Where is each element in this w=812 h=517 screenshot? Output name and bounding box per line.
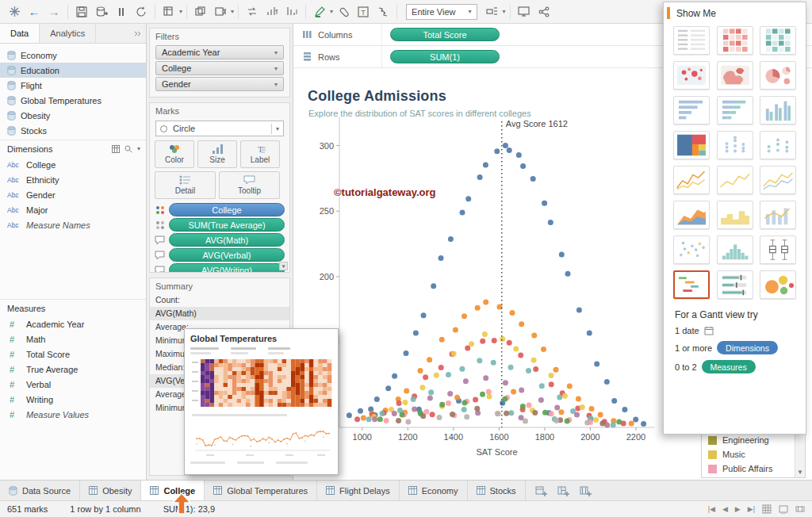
mark-type-dropdown[interactable]: Circle ▾ bbox=[155, 121, 284, 136]
text-label-button[interactable]: T bbox=[354, 2, 373, 21]
datasource-item[interactable]: Education bbox=[0, 63, 146, 78]
datasource-item[interactable]: Global Temperatures bbox=[0, 93, 146, 108]
sort-ascending-button[interactable] bbox=[262, 2, 282, 21]
dimension-field[interactable]: AbcCollege bbox=[0, 157, 146, 172]
legend-item[interactable]: Music bbox=[702, 447, 795, 461]
filter-pill[interactable]: College▾ bbox=[155, 61, 284, 75]
tab-data[interactable]: Data bbox=[0, 24, 40, 43]
marks-pill[interactable]: AVG(Writing) bbox=[169, 263, 285, 272]
showme-thumbnail-sbs-circles[interactable] bbox=[760, 131, 796, 159]
share-button[interactable] bbox=[534, 2, 553, 21]
measure-field[interactable]: #Verbal bbox=[0, 377, 146, 392]
showme-thumbnail-histogram[interactable] bbox=[717, 236, 753, 264]
dimension-field[interactable]: AbcMajor bbox=[0, 202, 146, 217]
duplicate-sheet-button[interactable] bbox=[191, 2, 210, 21]
filmstrip-view-icon[interactable] bbox=[795, 504, 805, 514]
highlight-button[interactable] bbox=[310, 2, 329, 21]
measure-field[interactable]: #Total Score bbox=[0, 347, 146, 362]
grid-view-icon[interactable] bbox=[762, 504, 772, 514]
showme-thumbnail-stacked-bar[interactable] bbox=[717, 96, 753, 124]
chevron-down-icon[interactable]: ▾ bbox=[231, 8, 234, 15]
showme-thumbnail-highlight-table[interactable] bbox=[760, 26, 796, 55]
showme-thumbnail-circle-views[interactable] bbox=[717, 131, 753, 159]
showme-thumbnail-box-plot[interactable] bbox=[760, 236, 796, 264]
dimension-field[interactable]: AbcGender bbox=[0, 187, 146, 202]
fit-dropdown[interactable]: Entire View ▾ bbox=[406, 4, 477, 20]
pane-collapse-icon[interactable] bbox=[134, 30, 146, 37]
chevron-down-icon[interactable]: ▾ bbox=[330, 8, 333, 15]
view-as-icon[interactable] bbox=[112, 145, 120, 153]
datasource-item[interactable]: Stocks bbox=[0, 123, 146, 138]
dimension-field[interactable]: AbcEthnicity bbox=[0, 172, 146, 187]
showme-thumbnail-symbol-map[interactable] bbox=[673, 61, 710, 90]
new-story-button[interactable] bbox=[577, 484, 595, 498]
showme-thumbnail-heat-map[interactable] bbox=[717, 26, 753, 55]
sheet-tab-obesity[interactable]: Obesity bbox=[80, 481, 141, 500]
sheet-tab-economy[interactable]: Economy bbox=[400, 481, 468, 500]
prev-page-icon[interactable]: ◀ bbox=[722, 505, 728, 513]
datasource-item[interactable]: Obesity bbox=[0, 108, 146, 123]
showme-thumbnail-text-table[interactable] bbox=[673, 26, 710, 55]
sheet-tab-global-temperatures[interactable]: Global Temperatures bbox=[205, 481, 317, 500]
scatter-plot[interactable]: 1001502002503001000120014001600180020002… bbox=[296, 110, 661, 465]
size-button[interactable]: Size bbox=[197, 140, 237, 168]
measure-field[interactable]: #Writing bbox=[0, 392, 146, 407]
showme-thumbnail-filled-map[interactable] bbox=[717, 61, 753, 90]
columns-pill[interactable]: Total Score bbox=[390, 28, 500, 41]
sheet-tab-data-source[interactable]: Data Source bbox=[0, 481, 80, 500]
showme-thumbnail-line-disc[interactable] bbox=[717, 166, 753, 194]
measure-field[interactable]: #True Average bbox=[0, 362, 146, 377]
add-data-button[interactable] bbox=[92, 2, 111, 21]
fix-axes-button[interactable] bbox=[373, 2, 393, 21]
save-button[interactable] bbox=[72, 2, 91, 21]
showme-thumbnail-line[interactable] bbox=[673, 166, 710, 194]
showme-thumbnail-h-bar[interactable] bbox=[673, 96, 710, 124]
legend-scrollbar[interactable]: ▼ bbox=[795, 429, 805, 477]
new-worksheet-tab-button[interactable] bbox=[533, 484, 550, 498]
showme-thumbnail-gantt[interactable] bbox=[673, 270, 710, 299]
showme-thumbnail-area-disc[interactable] bbox=[717, 201, 753, 229]
presentation-mode-button[interactable] bbox=[515, 2, 534, 21]
slideshow-view-icon[interactable] bbox=[779, 504, 788, 514]
show-me-header[interactable]: Show Me bbox=[664, 2, 806, 24]
tooltip-button[interactable]: Tooltip bbox=[219, 171, 280, 199]
showme-thumbnail-area[interactable] bbox=[673, 201, 710, 229]
new-worksheet-button[interactable] bbox=[159, 2, 178, 21]
search-icon[interactable] bbox=[124, 145, 132, 153]
filter-pill[interactable]: Gender▾ bbox=[155, 77, 284, 91]
redo-button[interactable]: → bbox=[44, 2, 63, 21]
datasource-item[interactable]: Flight bbox=[0, 78, 146, 93]
measure-field[interactable]: #Academic Year bbox=[0, 316, 146, 331]
chevron-down-icon[interactable]: ▾ bbox=[179, 8, 182, 15]
next-page-icon[interactable]: ▶ bbox=[735, 505, 741, 513]
first-page-icon[interactable]: |◀ bbox=[708, 505, 715, 513]
legend-item[interactable]: Engineering bbox=[702, 433, 795, 447]
datasource-item[interactable]: Economy bbox=[0, 48, 146, 63]
showme-thumbnail-bullet[interactable] bbox=[717, 270, 753, 299]
showme-thumbnail-pie[interactable] bbox=[760, 61, 796, 90]
filter-pill[interactable]: Academic Year▾ bbox=[155, 45, 284, 59]
measure-field[interactable]: #Math bbox=[0, 331, 146, 347]
detail-button[interactable]: Detail bbox=[155, 171, 216, 199]
scrollbar-down-icon[interactable]: ▾ bbox=[279, 262, 288, 270]
marks-pill[interactable]: AVG(Math) bbox=[169, 233, 285, 247]
showme-thumbnail-dual-line[interactable] bbox=[760, 166, 796, 194]
last-page-icon[interactable]: ▶| bbox=[748, 505, 755, 513]
showme-thumbnail-sbs-bar[interactable] bbox=[760, 96, 796, 124]
rows-pill[interactable]: SUM(1) bbox=[390, 50, 500, 63]
pause-updates-button[interactable] bbox=[112, 2, 131, 21]
undo-button[interactable]: ← bbox=[25, 2, 44, 21]
measure-field[interactable]: #Measure Values bbox=[0, 407, 146, 422]
marks-pill[interactable]: AVG(Verbal) bbox=[169, 248, 285, 262]
label-button[interactable]: T Label bbox=[240, 140, 280, 168]
sort-descending-button[interactable] bbox=[282, 2, 301, 21]
marks-pill[interactable]: College bbox=[169, 203, 285, 216]
swap-axes-button[interactable] bbox=[243, 2, 262, 21]
legend-item[interactable]: Public Affairs bbox=[702, 461, 795, 476]
marks-pill[interactable]: SUM(True Average) bbox=[169, 218, 285, 232]
sheet-tab-flight-delays[interactable]: Flight Delays bbox=[317, 481, 400, 500]
sheet-tab-stocks[interactable]: Stocks bbox=[468, 481, 526, 500]
refresh-button[interactable] bbox=[132, 2, 151, 21]
showme-thumbnail-bubbles[interactable] bbox=[760, 270, 796, 299]
color-button[interactable]: Color bbox=[155, 140, 194, 168]
